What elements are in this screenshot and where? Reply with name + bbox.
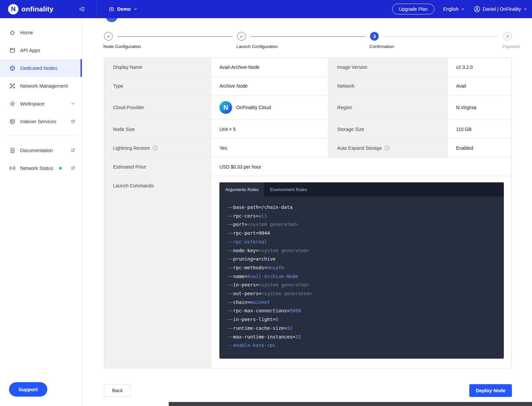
sidebar-item-label: Dedicated Nodes — [20, 65, 57, 71]
user-menu[interactable]: Daniel | OnFinality — [474, 6, 527, 12]
external-link-icon — [71, 148, 75, 152]
step-number: 4 — [503, 32, 512, 41]
upgrade-plan-button[interactable]: Upgrade Plan — [392, 4, 434, 14]
back-button[interactable]: Back — [104, 384, 131, 397]
sidebar-divider — [5, 136, 76, 136]
step-label: Payment — [502, 44, 520, 49]
launch-rules-tabs: Arguments Rules Environment Rules — [219, 182, 504, 196]
home-icon — [9, 30, 15, 36]
network-management-icon — [9, 83, 15, 89]
external-link-icon — [71, 166, 75, 170]
chevron-down-icon — [461, 7, 465, 11]
lightning-restore-value: Yes — [211, 139, 328, 157]
step-label: Confirmation — [369, 44, 394, 49]
sidebar-collapse-icon[interactable] — [79, 6, 85, 12]
info-icon[interactable]: i — [153, 145, 158, 150]
workspace-selector[interactable]: Demo — [109, 6, 137, 12]
sidebar-item-api-apps[interactable]: API Apps — [0, 41, 82, 59]
sidebar-item-label: Workspace — [20, 101, 44, 106]
region-value: N.Virginia — [447, 95, 512, 120]
sidebar-item-label: Indexer Services — [20, 119, 56, 124]
command-line: --rpc-max-connections=5000 — [227, 307, 497, 315]
network-logo-partial — [106, 18, 118, 22]
dedicated-nodes-icon — [9, 65, 15, 71]
main-content: Node Configuration Launch Configuration … — [82, 18, 532, 397]
command-line: --max-runtime-instances=32 — [227, 333, 497, 342]
step-connector — [251, 36, 366, 37]
step-done-check-icon — [237, 32, 246, 41]
sidebar-item-home[interactable]: Home — [0, 24, 82, 41]
brand-logo[interactable]: N onfinality — [0, 4, 53, 14]
launch-commands-code-block: Arguments Rules Environment Rules --base… — [219, 182, 504, 359]
top-navbar: N onfinality Demo Upgrade Plan English — [0, 0, 532, 18]
sidebar-item-workspace[interactable]: Workspace — [0, 95, 82, 112]
field-label-text: Lightning Restore — [113, 145, 150, 151]
user-name: Daniel | OnFinality — [483, 6, 521, 12]
sidebar-item-label: Documentation — [20, 148, 53, 153]
api-apps-icon — [9, 47, 15, 53]
page-title-partial — [104, 18, 512, 23]
user-avatar-icon — [474, 6, 480, 12]
command-line: --chain=mainnet — [227, 298, 497, 307]
step-done-check-icon — [104, 32, 113, 41]
info-icon[interactable]: i — [384, 145, 389, 150]
type-value: Archive Node — [211, 77, 328, 95]
field-label: Network — [328, 77, 447, 95]
step-connector — [117, 36, 232, 37]
command-line: --node-key=<system generated> — [227, 246, 497, 255]
command-line: --in-peers=<system generated> — [227, 281, 497, 289]
cloud-provider-name: OnFinality Cloud — [236, 105, 271, 110]
tab-arguments-rules[interactable]: Arguments Rules — [219, 182, 264, 196]
command-line: --rpc-cors=all — [227, 212, 497, 221]
sidebar-item-dedicated-nodes[interactable]: Dedicated Nodes — [0, 59, 82, 77]
onfinality-cloud-logo: N — [219, 101, 232, 114]
network-value: Avail — [447, 77, 512, 95]
command-line: --enable-kate-rpc — [227, 341, 497, 350]
indexer-services-icon — [9, 119, 15, 125]
support-button[interactable]: Support — [9, 382, 47, 397]
display-name-value: Avail-Archive-Node — [211, 58, 328, 77]
wizard-stepper: Node Configuration Launch Configuration … — [104, 32, 512, 41]
language-selector[interactable]: English — [443, 6, 465, 12]
field-label-text: Auto Expand Storage — [337, 145, 382, 151]
gear-icon — [9, 101, 15, 107]
sidebar-item-indexer-services[interactable]: Indexer Services — [0, 112, 82, 130]
command-line: --in-peers-light=0 — [227, 315, 497, 324]
field-label: Lightning Restore i — [104, 139, 211, 157]
sidebar: Home API Apps Dedicated Nodes Network Ma… — [0, 18, 82, 406]
sidebar-item-network-status[interactable]: Network Status — [0, 159, 82, 177]
command-line: --rpc-port=9944 — [227, 229, 497, 238]
auto-expand-storage-value: Enabled — [447, 139, 512, 157]
wizard-actions: Back Deploy Node — [104, 384, 512, 397]
storage-size-value: 110 GB — [447, 120, 512, 139]
sidebar-item-documentation[interactable]: Documentation — [0, 141, 82, 159]
deploy-node-button[interactable]: Deploy Node — [469, 384, 512, 397]
workspace-icon — [109, 6, 114, 12]
brand-logo-icon: N — [8, 4, 18, 14]
navbar-divider — [97, 0, 97, 18]
sidebar-item-label: Network Management — [20, 83, 68, 89]
chevron-down-icon — [134, 7, 138, 11]
cloud-provider-value: N OnFinality Cloud — [211, 95, 328, 120]
workspace-name: Demo — [117, 6, 130, 12]
document-icon — [9, 147, 15, 153]
step-number: 3 — [370, 32, 379, 41]
estimated-price-value: USD $0.33 per hour — [211, 157, 512, 176]
command-line: --name=Avail-Archive-Node — [227, 272, 497, 281]
sidebar-item-network-management[interactable]: Network Management — [0, 77, 82, 95]
sidebar-item-label: API Apps — [20, 48, 40, 53]
field-label: Auto Expand Storage i — [328, 139, 447, 157]
language-label: English — [443, 6, 459, 12]
status-ok-dot — [59, 167, 62, 170]
step-connector — [383, 36, 498, 37]
external-link-icon — [71, 119, 75, 124]
field-label: Launch Commands — [104, 176, 211, 368]
field-label: Display Name — [104, 58, 211, 77]
confirmation-summary-table: Display Name Avail-Archive-Node Image Ve… — [104, 57, 512, 368]
field-label: Type — [104, 77, 211, 95]
command-line: --base-path=/chain-data — [227, 203, 497, 212]
step-node-configuration: Node Configuration — [104, 32, 113, 41]
tab-environment-rules[interactable]: Environment Rules — [264, 182, 313, 196]
image-version-value: v2.3.2.0 — [447, 58, 512, 77]
chevron-down-icon — [71, 101, 75, 106]
